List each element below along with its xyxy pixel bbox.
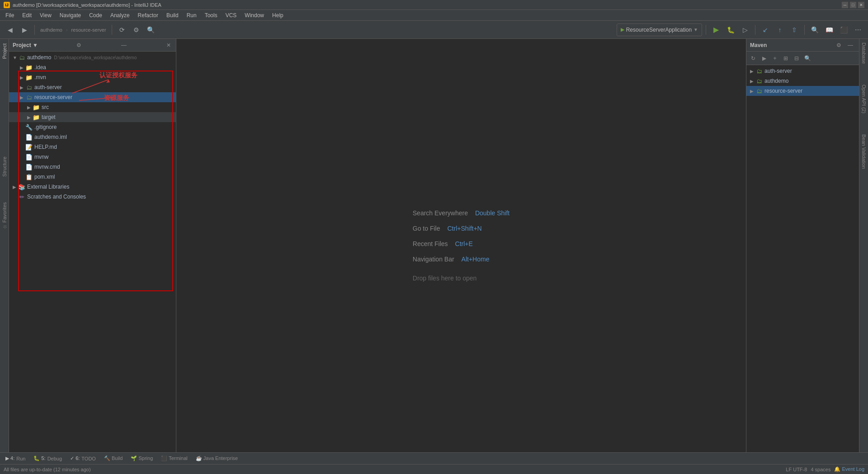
tree-item-gitignore[interactable]: ▶ 🔧 .gitignore bbox=[9, 122, 176, 132]
menu-run[interactable]: Run bbox=[183, 11, 200, 19]
todo-tab[interactable]: ✓ 6: TODO bbox=[66, 453, 99, 464]
terminal-tab[interactable]: ⬛ Terminal bbox=[157, 453, 191, 464]
menu-file[interactable]: File bbox=[2, 11, 18, 19]
separator5 bbox=[804, 25, 805, 35]
find-button[interactable]: 🔍 bbox=[808, 24, 821, 36]
tree-label-src: src bbox=[42, 104, 49, 110]
tree-item-idea[interactable]: ▶ 📁 .idea bbox=[9, 62, 176, 72]
vcs-push-button[interactable]: ⇧ bbox=[788, 24, 801, 36]
menu-window[interactable]: Window bbox=[241, 11, 268, 19]
hint-label-recent: Recent Files bbox=[413, 240, 448, 247]
panel-settings-btn[interactable]: ⚙ bbox=[75, 42, 83, 49]
maven-run-btn[interactable]: ▶ bbox=[759, 53, 769, 63]
settings-button[interactable]: ⚙ bbox=[130, 24, 143, 36]
panel-collapse-btn[interactable]: ✕ bbox=[165, 42, 172, 49]
toolbar: ◀ ▶ authdemo › resource-server ⟳ ⚙ 🔍 ▶ R… bbox=[0, 21, 868, 39]
separator3 bbox=[706, 25, 706, 35]
tree-item-src[interactable]: ▶ 📁 src bbox=[9, 102, 176, 112]
bean-validation-tab[interactable]: Bean Validation bbox=[860, 131, 868, 172]
menu-vcs[interactable]: VCS bbox=[222, 11, 241, 19]
maven-add-btn[interactable]: + bbox=[770, 53, 780, 63]
run-button[interactable]: ▶ bbox=[710, 24, 722, 36]
run-config-selector[interactable]: ▶ ResourceServerApplication ▼ bbox=[617, 24, 702, 36]
project-tab[interactable]: Project bbox=[1, 41, 8, 62]
tree-item-ext-libs[interactable]: ▶ 📚 External Libraries bbox=[9, 182, 176, 192]
terminal-button[interactable]: ⬛ bbox=[837, 24, 850, 36]
menu-tools[interactable]: Tools bbox=[201, 11, 221, 19]
tree-item-target[interactable]: ▶ 📁 target bbox=[9, 112, 176, 122]
tree-item-mvnw[interactable]: ▶ 📄 mvnw bbox=[9, 152, 176, 162]
tree-item-authdemo-iml[interactable]: ▶ 📄 authdemo.iml bbox=[9, 132, 176, 142]
coverage-button[interactable]: ▷ bbox=[739, 24, 751, 36]
forward-button[interactable]: ▶ bbox=[18, 24, 31, 36]
panel-close-btn[interactable]: — bbox=[120, 42, 127, 49]
tree-label-pom-xml: pom.xml bbox=[34, 174, 55, 180]
structure-tab[interactable]: Structure bbox=[1, 154, 8, 180]
vcs-commit-button[interactable]: ↑ bbox=[774, 24, 786, 36]
menu-view[interactable]: View bbox=[36, 11, 55, 19]
build-tab[interactable]: 🔨 Build bbox=[100, 453, 127, 464]
maven-search-btn[interactable]: 🔍 bbox=[802, 53, 812, 63]
hint-shortcut-goto: Ctrl+Shift+N bbox=[447, 225, 481, 232]
debug-tab[interactable]: 🐛 5: Debug bbox=[30, 453, 66, 464]
bottom-toolbar: ▶ 4: Run 🐛 5: Debug ✓ 6: TODO 🔨 Build 🌱 … bbox=[0, 452, 868, 464]
search-button[interactable]: 🔍 bbox=[145, 24, 157, 36]
tree-label-help-md: HELP.md bbox=[34, 144, 57, 150]
line-col-indicator: LF UTF-8 bbox=[786, 467, 807, 472]
menu-navigate[interactable]: Navigate bbox=[56, 11, 85, 19]
menu-edit[interactable]: Edit bbox=[19, 11, 35, 19]
maven-label-resource-server: resource-server bbox=[764, 88, 802, 94]
tree-item-scratches[interactable]: ▶ ✏ Scratches and Consoles bbox=[9, 192, 176, 202]
tree-item-auth-server[interactable]: ▶ 🗂 auth-server bbox=[9, 82, 176, 92]
app-icon: IJ bbox=[4, 2, 10, 8]
tree-label-mvn: .mvn bbox=[34, 74, 46, 81]
run-tab[interactable]: ▶ 4: Run bbox=[2, 453, 29, 464]
menu-build[interactable]: Build bbox=[163, 11, 182, 19]
java-enterprise-tab[interactable]: ☕ Java Enterprise bbox=[192, 453, 241, 464]
maven-item-authdemo[interactable]: ▶ 🗂 authdemo bbox=[746, 76, 859, 86]
menu-refactor[interactable]: Refactor bbox=[134, 11, 162, 19]
module-label: resource-server bbox=[70, 27, 108, 33]
tree-item-mvn[interactable]: ▶ 📁 .mvn bbox=[9, 72, 176, 82]
tree-item-authdemo[interactable]: ▼ 🗂 authdemo D:\worksapce\idea_workspace… bbox=[9, 52, 176, 62]
tree-item-pom-xml[interactable]: ▶ 📋 pom.xml bbox=[9, 172, 176, 182]
project-panel-title: Project ▼ bbox=[13, 42, 38, 48]
separator4 bbox=[755, 25, 755, 35]
maven-label-auth-server: auth-server bbox=[764, 68, 792, 74]
favorites-tab[interactable]: ☆ Favorites bbox=[0, 199, 8, 232]
sync-button[interactable]: ⟳ bbox=[116, 24, 128, 36]
spring-tab[interactable]: 🌱 Spring bbox=[127, 453, 156, 464]
tree-label-resource-server: resource-server bbox=[34, 94, 72, 100]
open-api-tab[interactable]: Open API (2) bbox=[860, 81, 868, 117]
tree-item-help-md[interactable]: ▶ 📝 HELP.md bbox=[9, 142, 176, 152]
event-log-link[interactable]: 🔔 Event Log bbox=[834, 466, 864, 472]
more-button[interactable]: ⋯ bbox=[852, 24, 864, 36]
status-bar: All files are up-to-date (12 minutes ago… bbox=[0, 464, 868, 474]
maven-settings-btn[interactable]: ⚙ bbox=[834, 40, 844, 50]
maven-collapse-btn[interactable]: ⊟ bbox=[792, 53, 802, 63]
close-button[interactable]: ✕ bbox=[858, 2, 864, 8]
separator1 bbox=[34, 25, 35, 35]
tree-item-resource-server[interactable]: ▶ 🗂 resource-server bbox=[9, 92, 176, 102]
maven-reload-btn[interactable]: ↻ bbox=[748, 53, 758, 63]
menu-help[interactable]: Help bbox=[269, 11, 287, 19]
encoding-indicator: 4 spaces bbox=[811, 467, 830, 472]
maximize-button[interactable]: □ bbox=[850, 2, 856, 8]
debug-button[interactable]: 🐛 bbox=[724, 24, 737, 36]
menu-analyze[interactable]: Analyze bbox=[107, 11, 133, 19]
vcs-update-button[interactable]: ↙ bbox=[759, 24, 772, 36]
bookmark-button[interactable]: 📖 bbox=[823, 24, 835, 36]
hint-row-navbar: Navigation Bar Alt+Home bbox=[413, 256, 490, 263]
status-bar-right: LF UTF-8 4 spaces 🔔 Event Log bbox=[786, 466, 864, 472]
maven-item-resource-server[interactable]: ▶ 🗂 resource-server bbox=[746, 86, 859, 96]
database-tab[interactable]: Database bbox=[860, 39, 868, 67]
tree-label-gitignore: .gitignore bbox=[34, 124, 57, 130]
maven-item-auth-server[interactable]: ▶ 🗂 auth-server bbox=[746, 66, 859, 76]
minimize-button[interactable]: ─ bbox=[842, 2, 848, 8]
back-button[interactable]: ◀ bbox=[4, 24, 16, 36]
menu-code[interactable]: Code bbox=[85, 11, 106, 19]
tree-item-mvnw-cmd[interactable]: ▶ 📄 mvnw.cmd bbox=[9, 162, 176, 172]
maven-expand-btn[interactable]: ⊞ bbox=[781, 53, 791, 63]
maven-close-btn[interactable]: — bbox=[845, 40, 855, 50]
tree-label-mvnw-cmd: mvnw.cmd bbox=[34, 164, 60, 170]
